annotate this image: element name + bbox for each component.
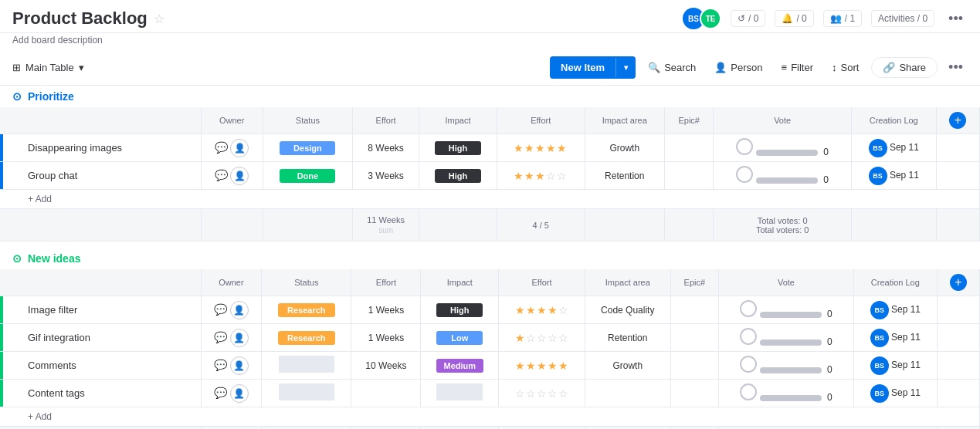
col-effort2-new-ideas: Effort [499,269,585,296]
status-badge-2: Done [280,169,335,183]
add-link-new-ideas[interactable]: + Add [28,411,52,422]
summary-empty-ni-2 [201,427,262,430]
col-add-new-ideas[interactable]: + [937,269,979,296]
section-header-new-ideas: ⊙ New ideas [0,248,980,269]
summary-empty-ni-8 [937,427,979,430]
impact-badge-ni-4 [436,383,483,400]
status-badge-ni-2: Research [278,331,335,345]
col-add-prioritize[interactable]: + [936,107,979,134]
section-toggle-prioritize[interactable]: ⊙ [12,90,22,103]
vote-circle-ni-4[interactable] [740,383,757,400]
col-impact1-prioritize: Impact [419,107,497,134]
row-status-ni-1[interactable]: Research [262,296,351,324]
add-row-cell-prioritize[interactable]: + Add [0,190,980,209]
impact-badge-1: High [435,141,481,155]
add-col-btn-prioritize[interactable]: + [949,112,966,129]
table-row: Content tags 💬 👤 ☆☆☆☆☆ [0,380,980,407]
sort-label: Sort [841,62,860,73]
search-icon: 🔍 [648,62,660,73]
search-button[interactable]: 🔍 Search [642,58,702,77]
row-status-ni-2[interactable]: Research [262,324,351,352]
row-name-label: Disappearing images [28,142,122,154]
summary-effort-ratio-new-ideas: 3.3 / 5 [499,427,585,430]
row-status-1[interactable]: Design [263,134,352,162]
summary-empty-ni-3 [262,427,351,430]
vote-circle-ni-3[interactable] [740,356,757,373]
row-impact-area-1: Growth [585,134,664,162]
comment-icon-ni-4[interactable]: 💬 [214,387,227,399]
add-row-new-ideas[interactable]: + Add [0,407,980,427]
impact-badge-ni-1: High [436,303,483,317]
vote-circle-1[interactable] [736,138,753,155]
filter-button[interactable]: ≡ Filter [775,58,819,77]
row-vote-ni-2: 0 [718,324,853,352]
summary-empty-7 [851,209,936,242]
activities-stat[interactable]: Activities / 0 [871,10,934,27]
updates-stat[interactable]: ↺ / 0 [731,10,765,27]
row-epic-ni-4 [670,380,718,407]
col-effort1-new-ideas: Effort [351,269,421,296]
board-description[interactable]: Add board description [0,33,980,50]
row-impact-area-2: Retention [585,162,664,190]
row-bar-2 [0,162,3,189]
vote-bar-ni-2 [760,339,822,346]
row-status-ni-3[interactable] [262,352,351,380]
summary-empty-4 [419,209,497,242]
comment-icon-ni-2[interactable]: 💬 [214,331,227,343]
creator-avatar-ni-2: BS [870,329,889,347]
new-item-dropdown-icon[interactable]: ▾ [615,58,636,77]
section-toggle-new-ideas[interactable]: ⊙ [12,252,22,265]
row-effort1-1: 8 Weeks [353,134,419,162]
row-name-2-new-ideas: Gif integration [0,324,201,352]
row-vote-ni-4: 0 [718,380,853,407]
new-item-button[interactable]: New Item ▾ [550,56,636,79]
inbox-stat[interactable]: 🔔 / 0 [775,10,813,27]
vote-circle-2[interactable] [736,166,753,183]
table-selector[interactable]: ⊞ Main Table ▾ [12,62,84,73]
header-more-btn[interactable]: ••• [944,9,968,29]
person-button[interactable]: 👤 Person [708,58,768,77]
sort-button[interactable]: ↕ Sort [826,58,865,77]
creator-avatar-ni-3: BS [870,356,889,375]
vote-count-ni-1: 0 [827,309,832,319]
comment-icon-ni-1[interactable]: 💬 [214,303,227,316]
row-vote-ni-3: 0 [718,352,853,380]
add-col-btn-new-ideas[interactable]: + [950,274,967,291]
table-icon: ⊞ [12,62,21,73]
toolbar: ⊞ Main Table ▾ New Item ▾ 🔍 Search 👤 Per… [0,50,980,86]
add-row-cell-new-ideas[interactable]: + Add [0,407,980,427]
stars-ni-4: ☆☆☆☆☆ [515,387,569,400]
col-owner-new-ideas: Owner [201,269,262,296]
comment-icon-ni-3[interactable]: 💬 [214,359,227,371]
row-vote-2: 0 [714,162,851,190]
summary-row-prioritize: 11 Weeks sum 4 / 5 Total votes: 0 To [0,209,980,242]
summary-empty-1 [0,209,201,242]
add-link-prioritize[interactable]: + Add [28,194,52,204]
row-creation-1: BS Sep 11 [851,134,936,162]
summary-empty-6 [665,209,714,242]
vote-bar-2 [756,177,818,184]
add-row-prioritize[interactable]: + Add [0,190,980,209]
row-status-2[interactable]: Done [263,162,352,190]
share-button[interactable]: 🔗 Share [871,57,938,78]
col-impact1-new-ideas: Impact [421,269,499,296]
row-extra-ni-3 [937,352,979,380]
row-effort1-ni-4 [351,380,421,407]
team-stat[interactable]: 👥 / 1 [823,10,862,27]
comment-icon-2[interactable]: 💬 [215,169,228,181]
comment-icon-1[interactable]: 💬 [215,141,228,154]
table-row: Disappearing images 💬 👤 Design 8 Weeks H… [0,134,980,162]
vote-circle-ni-1[interactable] [740,300,757,317]
row-name-3-new-ideas: Comments [0,352,201,380]
vote-circle-ni-2[interactable] [740,328,757,345]
row-creation-ni-1: BS Sep 11 [853,296,937,324]
toolbar-more-btn[interactable]: ••• [944,58,968,77]
row-epic-1 [665,134,714,162]
star-icon[interactable]: ☆ [154,12,164,26]
row-extra-ni-1 [937,296,979,324]
owner-avatar-1: 👤 [230,139,249,157]
row-vote-1: 0 [714,134,851,162]
summary-effort-ratio-prioritize: 4 / 5 [497,209,585,242]
row-status-ni-4[interactable] [262,380,351,407]
vote-count-1: 0 [823,147,829,157]
